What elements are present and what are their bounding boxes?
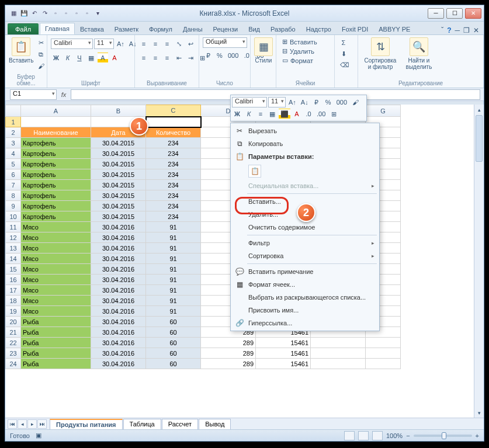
help-icon[interactable]: ? xyxy=(447,26,451,34)
cell-C4[interactable]: 234 xyxy=(146,148,201,159)
name-box[interactable]: C1 xyxy=(10,89,57,100)
cell-C13[interactable]: 91 xyxy=(146,243,201,253)
workbook-min-icon[interactable]: ─ xyxy=(455,26,460,34)
view-layout-icon[interactable] xyxy=(358,431,369,440)
ctx-dropdown-pick[interactable]: Выбрать из раскрывающегося списка... xyxy=(232,291,378,304)
cell-B13[interactable]: 30.04.2016 xyxy=(91,243,146,253)
cell-A19[interactable]: Мясо xyxy=(21,306,91,317)
cell-G23[interactable] xyxy=(366,348,401,359)
cell-C24[interactable]: 60 xyxy=(146,359,201,369)
italic-button[interactable]: К xyxy=(63,53,73,63)
cell-C23[interactable]: 60 xyxy=(146,348,201,359)
mini-font-color-icon[interactable]: A xyxy=(292,109,302,119)
row-header-3[interactable]: 3 xyxy=(6,138,21,148)
find-select-button[interactable]: 🔍Найти и выделить xyxy=(401,37,436,70)
minimize-button[interactable]: ─ xyxy=(428,8,444,19)
bold-button[interactable]: Ж xyxy=(51,53,61,63)
cut-icon[interactable]: ✂ xyxy=(36,37,46,48)
cells-format-button[interactable]: ▭Формат xyxy=(280,56,315,65)
cell-D24[interactable]: 289 xyxy=(201,359,256,369)
mini-currency-icon[interactable]: ₽ xyxy=(311,97,322,107)
row-header-12[interactable]: 12 xyxy=(6,232,21,243)
mini-merge-icon[interactable]: ⊞ xyxy=(328,109,339,119)
row-header-13[interactable]: 13 xyxy=(6,243,21,253)
ctx-cut[interactable]: ✂Вырезать xyxy=(232,124,378,137)
border-icon[interactable]: ▦ xyxy=(86,53,96,63)
mini-format-painter-icon[interactable]: 🖌 xyxy=(350,97,360,107)
mini-dec-dec-icon[interactable]: .00 xyxy=(315,109,327,119)
row-header-1[interactable]: 1 xyxy=(6,117,21,127)
align-right-icon[interactable]: ≡ xyxy=(162,53,172,63)
cell-C19[interactable]: 91 xyxy=(146,306,201,317)
cell-B5[interactable]: 30.04.2015 xyxy=(91,159,146,169)
cell-A7[interactable]: Картофель xyxy=(21,180,91,190)
ctx-sort[interactable]: Сортировка▸ xyxy=(232,249,378,262)
row-header-10[interactable]: 10 xyxy=(6,211,21,222)
align-bottom-icon[interactable]: ≡ xyxy=(162,39,172,49)
comma-icon[interactable]: 000 xyxy=(226,50,240,61)
save-icon[interactable]: 💾 xyxy=(19,9,29,18)
row-header-7[interactable]: 7 xyxy=(6,180,21,190)
cell-G24[interactable] xyxy=(366,359,401,369)
sheet-tab-2[interactable]: Рассчет xyxy=(162,419,199,429)
cell-C18[interactable]: 91 xyxy=(146,296,201,306)
row-header-9[interactable]: 9 xyxy=(6,201,21,211)
cell-C11[interactable]: 91 xyxy=(146,222,201,232)
tab-разметк[interactable]: Разметк xyxy=(109,23,144,34)
row-header-6[interactable]: 6 xyxy=(6,169,21,180)
font-size-combo[interactable]: 11 xyxy=(94,39,114,49)
cell-D23[interactable]: 289 xyxy=(201,348,256,359)
scroll-down-icon[interactable]: ▾ xyxy=(474,408,484,418)
cell-C21[interactable]: 60 xyxy=(146,327,201,338)
tab-надстро[interactable]: Надстро xyxy=(301,23,337,34)
sheet-tab-1[interactable]: Таблица xyxy=(123,419,161,429)
align-center-icon[interactable]: ≡ xyxy=(150,53,161,63)
ribbon-min-icon[interactable]: ˇ xyxy=(441,26,443,34)
cell-C5[interactable]: 234 xyxy=(146,159,201,169)
row-header-5[interactable]: 5 xyxy=(6,159,21,169)
cells-insert-button[interactable]: ⊞Вставить xyxy=(280,37,320,46)
mini-italic[interactable]: К xyxy=(244,109,254,119)
cell-A2[interactable]: Наименование xyxy=(21,127,91,138)
ctx-copy[interactable]: ⧉Копировать xyxy=(232,137,378,150)
row-header-2[interactable]: 2 xyxy=(6,127,21,138)
fill-color-icon[interactable]: A xyxy=(98,53,108,63)
cell-B11[interactable]: 30.04.2016 xyxy=(91,222,146,232)
cell-C1[interactable] xyxy=(146,117,201,127)
underline-button[interactable]: Ч xyxy=(74,53,85,63)
mini-bold[interactable]: Ж xyxy=(232,109,242,119)
mini-border-icon[interactable]: ▦ xyxy=(267,109,278,119)
cell-B24[interactable]: 30.04.2016 xyxy=(91,359,146,369)
percent-icon[interactable]: % xyxy=(214,50,225,61)
tab-разрабо[interactable]: Разрабо xyxy=(265,23,301,34)
col-header-C[interactable]: C xyxy=(146,105,201,117)
workbook-restore-icon[interactable]: ❐ xyxy=(463,26,470,34)
cell-A24[interactable]: Рыба xyxy=(21,359,91,369)
cell-A22[interactable]: Рыба xyxy=(21,338,91,348)
row-header-16[interactable]: 16 xyxy=(6,275,21,285)
cell-A17[interactable]: Мясо xyxy=(21,285,91,296)
scroll-thumb[interactable] xyxy=(476,115,483,162)
tab-рецензи[interactable]: Рецензи xyxy=(208,23,244,34)
col-header-A[interactable]: A xyxy=(21,105,91,117)
vertical-scrollbar[interactable]: ▴ ▾ xyxy=(474,105,484,418)
ctx-format-cells[interactable]: ▦Формат ячеек... xyxy=(232,278,378,291)
qat-icon[interactable]: ▫ xyxy=(82,9,92,18)
cell-B9[interactable]: 30.04.2015 xyxy=(91,201,146,211)
mini-shrink-icon[interactable]: A↓ xyxy=(299,97,310,107)
fx-icon[interactable]: fx xyxy=(57,91,71,98)
clear-icon[interactable]: ⌫ xyxy=(338,60,351,70)
mini-grow-icon[interactable]: A↑ xyxy=(287,97,298,107)
cell-C6[interactable]: 234 xyxy=(146,169,201,180)
cell-A10[interactable]: Картофель xyxy=(21,211,91,222)
cell-B4[interactable]: 30.04.2015 xyxy=(91,148,146,159)
sheet-nav-last[interactable]: ⏭ xyxy=(37,419,47,429)
row-header-15[interactable]: 15 xyxy=(6,264,21,275)
row-header-22[interactable]: 22 xyxy=(6,338,21,348)
qat-icon[interactable]: ▫ xyxy=(61,9,71,18)
ctx-clear[interactable]: Очистить содержимое xyxy=(232,221,378,234)
mini-comma-icon[interactable]: 000 xyxy=(335,97,349,107)
cell-B22[interactable]: 30.04.2016 xyxy=(91,338,146,348)
sheet-nav-first[interactable]: ⏮ xyxy=(8,419,17,429)
view-break-icon[interactable] xyxy=(372,431,383,440)
